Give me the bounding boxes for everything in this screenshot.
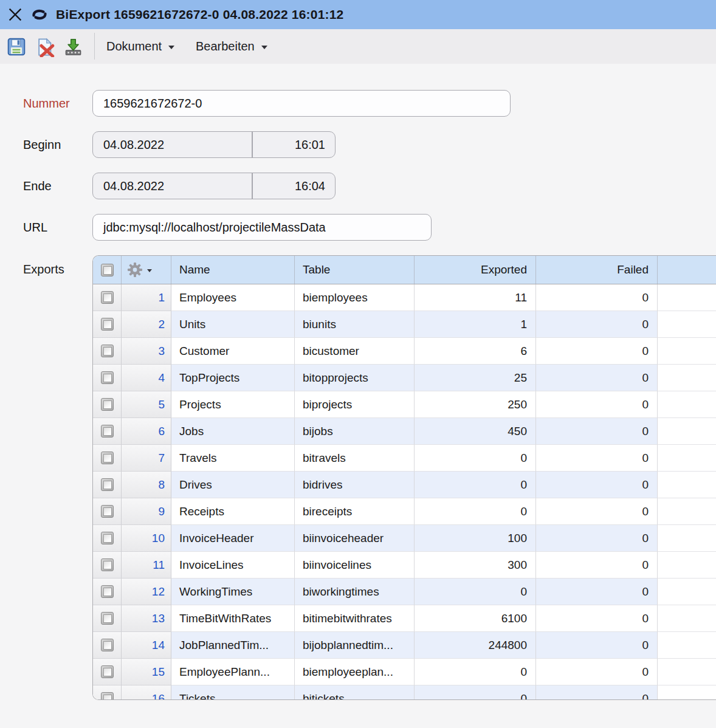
row-checkbox[interactable] — [101, 478, 114, 491]
row-extra-cell — [658, 391, 716, 418]
table-row[interactable]: 1 Employees biemployees 11 0 — [93, 284, 716, 311]
row-number[interactable]: 16 — [122, 685, 171, 700]
column-header-table[interactable]: Table — [295, 256, 415, 284]
table-row[interactable]: 5 Projects biprojects 250 0 — [93, 391, 716, 418]
row-extra-cell — [658, 311, 716, 338]
row-checkbox[interactable] — [101, 371, 114, 384]
beginn-time-input[interactable]: 16:01 — [253, 132, 335, 157]
row-checkbox[interactable] — [101, 665, 114, 678]
nummer-field[interactable]: 1659621672672-0 — [92, 90, 511, 117]
row-name: Tickets — [171, 685, 295, 700]
table-row[interactable]: 4 TopProjects bitopprojects 25 0 — [93, 365, 716, 391]
row-number[interactable]: 15 — [122, 659, 171, 685]
table-row[interactable]: 15 EmployeePlann... biemployeeplan... 0 … — [93, 659, 716, 685]
column-header-extra — [658, 256, 716, 284]
biexport-window: BiExport 1659621672672-0 04.08.2022 16:0… — [0, 0, 716, 728]
row-checkbox[interactable] — [101, 452, 114, 464]
row-extra-cell — [658, 498, 716, 525]
row-checkbox[interactable] — [101, 612, 114, 625]
row-checkbox[interactable] — [101, 505, 114, 518]
row-number[interactable]: 2 — [122, 311, 171, 338]
row-checkbox[interactable] — [101, 291, 114, 304]
row-extra-cell — [658, 685, 716, 700]
row-failed: 0 — [536, 445, 658, 472]
row-exported: 0 — [415, 579, 536, 605]
row-checkbox[interactable] — [101, 558, 114, 571]
row-checkbox[interactable] — [101, 532, 114, 544]
table-row[interactable]: 13 TimeBitWithRates bitimebitwithrates 6… — [93, 605, 716, 632]
table-row[interactable]: 3 Customer bicustomer 6 0 — [93, 338, 716, 365]
row-checkbox[interactable] — [101, 639, 114, 651]
row-checkbox[interactable] — [101, 692, 114, 700]
row-checkbox[interactable] — [101, 425, 114, 438]
gear-menu-button[interactable] — [127, 262, 152, 278]
menu-bearbeiten[interactable]: Bearbeiten — [196, 29, 267, 64]
row-failed: 0 — [536, 632, 658, 659]
column-header-exported[interactable]: Exported — [415, 256, 536, 284]
column-header-name[interactable]: Name — [171, 256, 295, 284]
table-row[interactable]: 10 InvoiceHeader biinvoiceheader 100 0 — [93, 525, 716, 552]
row-number[interactable]: 9 — [122, 498, 171, 525]
save-button[interactable] — [5, 36, 27, 58]
beginn-date-input[interactable]: 04.08.2022 — [93, 132, 253, 157]
row-number[interactable]: 4 — [122, 365, 171, 391]
table-row[interactable]: 9 Receipts bireceipts 0 0 — [93, 498, 716, 525]
close-button[interactable] — [5, 4, 26, 25]
row-checkbox-cell — [93, 659, 122, 685]
table-row[interactable]: 7 Travels bitravels 0 0 — [93, 445, 716, 472]
select-all-checkbox[interactable] — [101, 264, 114, 276]
delete-button[interactable] — [33, 36, 55, 58]
row-exported: 100 — [415, 525, 536, 552]
table-row[interactable]: 2 Units biunits 1 0 — [93, 311, 716, 338]
toolbar: Dokument Bearbeiten — [0, 29, 716, 64]
chevron-down-icon — [147, 269, 152, 272]
table-row[interactable]: 16 Tickets bitickets 0 0 — [93, 685, 716, 700]
exports-table: Name Table Exported Failed 1 Employees b… — [92, 255, 716, 700]
table-row[interactable]: 12 WorkingTimes biworkingtimes 0 0 — [93, 579, 716, 605]
url-field[interactable]: jdbc:mysql://localhost/projectileMassDat… — [92, 214, 432, 241]
row-exported: 6 — [415, 338, 536, 365]
row-table: bitickets — [295, 685, 415, 700]
row-extra-cell — [658, 552, 716, 579]
row-checkbox-cell — [93, 525, 122, 552]
row-number[interactable]: 12 — [122, 579, 171, 605]
ende-time-input[interactable]: 16:04 — [253, 173, 335, 199]
row-number[interactable]: 8 — [122, 472, 171, 498]
menu-dokument[interactable]: Dokument — [106, 29, 174, 64]
row-name: Receipts — [171, 498, 295, 525]
row-number[interactable]: 6 — [122, 418, 171, 445]
table-row[interactable]: 6 Jobs bijobs 450 0 — [93, 418, 716, 445]
row-name: Drives — [171, 472, 295, 498]
url-label: URL — [23, 214, 47, 241]
row-checkbox[interactable] — [101, 585, 114, 598]
row-number[interactable]: 1 — [122, 284, 171, 311]
ende-date-input[interactable]: 04.08.2022 — [93, 173, 253, 199]
row-number[interactable]: 14 — [122, 632, 171, 659]
column-header-failed[interactable]: Failed — [536, 256, 658, 284]
row-failed: 0 — [536, 685, 658, 700]
row-number[interactable]: 13 — [122, 605, 171, 632]
table-row[interactable]: 11 InvoiceLines biinvoicelines 300 0 — [93, 552, 716, 579]
row-extra-cell — [658, 418, 716, 445]
row-number[interactable]: 11 — [122, 552, 171, 579]
row-checkbox[interactable] — [101, 398, 114, 411]
row-failed: 0 — [536, 659, 658, 685]
row-checkbox[interactable] — [101, 345, 114, 357]
row-checkbox-cell — [93, 579, 122, 605]
row-table: biworkingtimes — [295, 579, 415, 605]
row-checkbox[interactable] — [101, 318, 114, 331]
row-number[interactable]: 10 — [122, 525, 171, 552]
row-name: EmployeePlann... — [171, 659, 295, 685]
ende-datetime-group: 04.08.2022 16:04 — [93, 173, 335, 199]
row-number[interactable]: 3 — [122, 338, 171, 365]
row-number[interactable]: 5 — [122, 391, 171, 418]
table-row[interactable]: 14 JobPlannedTim... bijobplannedtim... 2… — [93, 632, 716, 659]
close-icon — [7, 6, 24, 23]
titlebar: BiExport 1659621672672-0 04.08.2022 16:0… — [0, 0, 716, 29]
row-failed: 0 — [536, 365, 658, 391]
row-failed: 0 — [536, 552, 658, 579]
row-number[interactable]: 7 — [122, 445, 171, 472]
row-exported: 6100 — [415, 605, 536, 632]
table-row[interactable]: 8 Drives bidrives 0 0 — [93, 472, 716, 498]
download-button[interactable] — [62, 36, 84, 58]
